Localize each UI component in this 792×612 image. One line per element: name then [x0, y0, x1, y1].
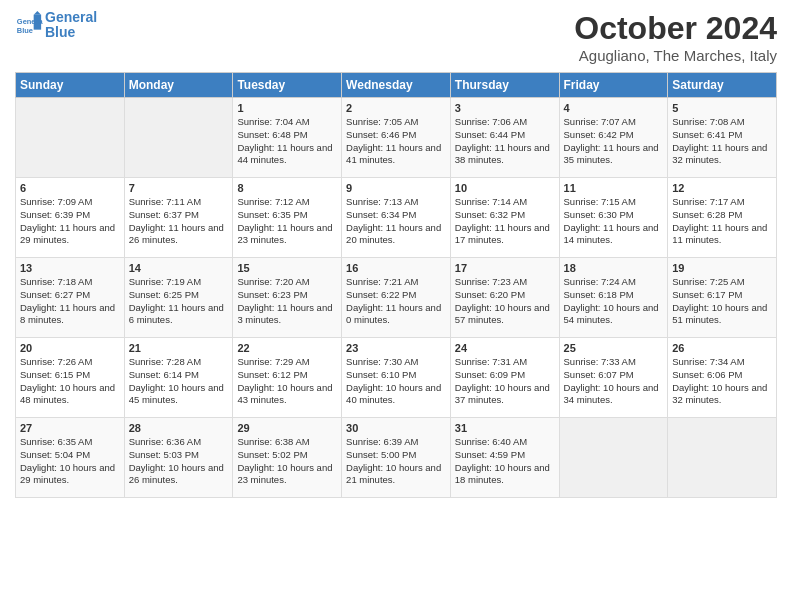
- calendar-cell: 31Sunrise: 6:40 AMSunset: 4:59 PMDayligh…: [450, 418, 559, 498]
- day-number: 15: [237, 262, 337, 274]
- day-info: Sunrise: 7:18 AMSunset: 6:27 PMDaylight:…: [20, 276, 120, 327]
- header-day-friday: Friday: [559, 73, 668, 98]
- day-info: Sunrise: 7:14 AMSunset: 6:32 PMDaylight:…: [455, 196, 555, 247]
- day-info: Sunrise: 6:35 AMSunset: 5:04 PMDaylight:…: [20, 436, 120, 487]
- day-number: 5: [672, 102, 772, 114]
- calendar-cell: 2Sunrise: 7:05 AMSunset: 6:46 PMDaylight…: [342, 98, 451, 178]
- calendar-cell: 6Sunrise: 7:09 AMSunset: 6:39 PMDaylight…: [16, 178, 125, 258]
- day-info: Sunrise: 7:29 AMSunset: 6:12 PMDaylight:…: [237, 356, 337, 407]
- calendar-cell: 27Sunrise: 6:35 AMSunset: 5:04 PMDayligh…: [16, 418, 125, 498]
- day-info: Sunrise: 7:19 AMSunset: 6:25 PMDaylight:…: [129, 276, 229, 327]
- calendar-cell: 25Sunrise: 7:33 AMSunset: 6:07 PMDayligh…: [559, 338, 668, 418]
- calendar-cell: 8Sunrise: 7:12 AMSunset: 6:35 PMDaylight…: [233, 178, 342, 258]
- day-info: Sunrise: 7:30 AMSunset: 6:10 PMDaylight:…: [346, 356, 446, 407]
- logo-icon: General Blue: [15, 11, 43, 39]
- header-day-saturday: Saturday: [668, 73, 777, 98]
- day-info: Sunrise: 6:40 AMSunset: 4:59 PMDaylight:…: [455, 436, 555, 487]
- day-number: 17: [455, 262, 555, 274]
- day-number: 27: [20, 422, 120, 434]
- calendar-cell: [16, 98, 125, 178]
- day-number: 8: [237, 182, 337, 194]
- title-block: October 2024 Agugliano, The Marches, Ita…: [574, 10, 777, 64]
- calendar-week-4: 20Sunrise: 7:26 AMSunset: 6:15 PMDayligh…: [16, 338, 777, 418]
- day-info: Sunrise: 7:09 AMSunset: 6:39 PMDaylight:…: [20, 196, 120, 247]
- header-day-wednesday: Wednesday: [342, 73, 451, 98]
- day-info: Sunrise: 7:17 AMSunset: 6:28 PMDaylight:…: [672, 196, 772, 247]
- day-number: 29: [237, 422, 337, 434]
- day-number: 28: [129, 422, 229, 434]
- calendar-table: SundayMondayTuesdayWednesdayThursdayFrid…: [15, 72, 777, 498]
- day-number: 14: [129, 262, 229, 274]
- day-number: 1: [237, 102, 337, 114]
- calendar-week-3: 13Sunrise: 7:18 AMSunset: 6:27 PMDayligh…: [16, 258, 777, 338]
- day-number: 18: [564, 262, 664, 274]
- location-title: Agugliano, The Marches, Italy: [574, 47, 777, 64]
- day-info: Sunrise: 7:04 AMSunset: 6:48 PMDaylight:…: [237, 116, 337, 167]
- logo: General Blue General Blue: [15, 10, 97, 41]
- day-info: Sunrise: 7:08 AMSunset: 6:41 PMDaylight:…: [672, 116, 772, 167]
- calendar-cell: 16Sunrise: 7:21 AMSunset: 6:22 PMDayligh…: [342, 258, 451, 338]
- calendar-cell: 3Sunrise: 7:06 AMSunset: 6:44 PMDaylight…: [450, 98, 559, 178]
- day-info: Sunrise: 7:21 AMSunset: 6:22 PMDaylight:…: [346, 276, 446, 327]
- day-number: 30: [346, 422, 446, 434]
- calendar-cell: 11Sunrise: 7:15 AMSunset: 6:30 PMDayligh…: [559, 178, 668, 258]
- day-number: 4: [564, 102, 664, 114]
- calendar-cell: 26Sunrise: 7:34 AMSunset: 6:06 PMDayligh…: [668, 338, 777, 418]
- calendar-cell: 20Sunrise: 7:26 AMSunset: 6:15 PMDayligh…: [16, 338, 125, 418]
- calendar-cell: 19Sunrise: 7:25 AMSunset: 6:17 PMDayligh…: [668, 258, 777, 338]
- day-info: Sunrise: 6:39 AMSunset: 5:00 PMDaylight:…: [346, 436, 446, 487]
- day-info: Sunrise: 7:11 AMSunset: 6:37 PMDaylight:…: [129, 196, 229, 247]
- calendar-cell: 24Sunrise: 7:31 AMSunset: 6:09 PMDayligh…: [450, 338, 559, 418]
- day-number: 21: [129, 342, 229, 354]
- day-info: Sunrise: 7:23 AMSunset: 6:20 PMDaylight:…: [455, 276, 555, 327]
- calendar-cell: 14Sunrise: 7:19 AMSunset: 6:25 PMDayligh…: [124, 258, 233, 338]
- day-info: Sunrise: 7:07 AMSunset: 6:42 PMDaylight:…: [564, 116, 664, 167]
- day-number: 2: [346, 102, 446, 114]
- day-number: 6: [20, 182, 120, 194]
- day-info: Sunrise: 7:31 AMSunset: 6:09 PMDaylight:…: [455, 356, 555, 407]
- calendar-cell: 29Sunrise: 6:38 AMSunset: 5:02 PMDayligh…: [233, 418, 342, 498]
- day-info: Sunrise: 7:05 AMSunset: 6:46 PMDaylight:…: [346, 116, 446, 167]
- day-info: Sunrise: 7:12 AMSunset: 6:35 PMDaylight:…: [237, 196, 337, 247]
- day-info: Sunrise: 6:38 AMSunset: 5:02 PMDaylight:…: [237, 436, 337, 487]
- calendar-cell: 5Sunrise: 7:08 AMSunset: 6:41 PMDaylight…: [668, 98, 777, 178]
- day-number: 3: [455, 102, 555, 114]
- calendar-cell: 18Sunrise: 7:24 AMSunset: 6:18 PMDayligh…: [559, 258, 668, 338]
- calendar-header-row: SundayMondayTuesdayWednesdayThursdayFrid…: [16, 73, 777, 98]
- day-info: Sunrise: 7:34 AMSunset: 6:06 PMDaylight:…: [672, 356, 772, 407]
- calendar-cell: 7Sunrise: 7:11 AMSunset: 6:37 PMDaylight…: [124, 178, 233, 258]
- day-number: 11: [564, 182, 664, 194]
- day-info: Sunrise: 7:20 AMSunset: 6:23 PMDaylight:…: [237, 276, 337, 327]
- calendar-cell: 22Sunrise: 7:29 AMSunset: 6:12 PMDayligh…: [233, 338, 342, 418]
- day-info: Sunrise: 7:15 AMSunset: 6:30 PMDaylight:…: [564, 196, 664, 247]
- day-number: 24: [455, 342, 555, 354]
- calendar-cell: 23Sunrise: 7:30 AMSunset: 6:10 PMDayligh…: [342, 338, 451, 418]
- calendar-week-5: 27Sunrise: 6:35 AMSunset: 5:04 PMDayligh…: [16, 418, 777, 498]
- page-header: General Blue General Blue October 2024 A…: [15, 10, 777, 64]
- day-number: 31: [455, 422, 555, 434]
- day-info: Sunrise: 6:36 AMSunset: 5:03 PMDaylight:…: [129, 436, 229, 487]
- day-number: 10: [455, 182, 555, 194]
- header-day-sunday: Sunday: [16, 73, 125, 98]
- svg-text:General: General: [17, 17, 43, 26]
- calendar-week-1: 1Sunrise: 7:04 AMSunset: 6:48 PMDaylight…: [16, 98, 777, 178]
- calendar-cell: 9Sunrise: 7:13 AMSunset: 6:34 PMDaylight…: [342, 178, 451, 258]
- calendar-cell: 17Sunrise: 7:23 AMSunset: 6:20 PMDayligh…: [450, 258, 559, 338]
- calendar-cell: 30Sunrise: 6:39 AMSunset: 5:00 PMDayligh…: [342, 418, 451, 498]
- day-number: 22: [237, 342, 337, 354]
- day-info: Sunrise: 7:28 AMSunset: 6:14 PMDaylight:…: [129, 356, 229, 407]
- calendar-week-2: 6Sunrise: 7:09 AMSunset: 6:39 PMDaylight…: [16, 178, 777, 258]
- calendar-cell: [124, 98, 233, 178]
- day-number: 26: [672, 342, 772, 354]
- logo-text-line1: General: [45, 10, 97, 25]
- day-info: Sunrise: 7:26 AMSunset: 6:15 PMDaylight:…: [20, 356, 120, 407]
- day-info: Sunrise: 7:13 AMSunset: 6:34 PMDaylight:…: [346, 196, 446, 247]
- month-title: October 2024: [574, 10, 777, 47]
- day-number: 25: [564, 342, 664, 354]
- day-number: 9: [346, 182, 446, 194]
- calendar-cell: 13Sunrise: 7:18 AMSunset: 6:27 PMDayligh…: [16, 258, 125, 338]
- logo-text-line2: Blue: [45, 25, 97, 40]
- header-day-tuesday: Tuesday: [233, 73, 342, 98]
- calendar-cell: 21Sunrise: 7:28 AMSunset: 6:14 PMDayligh…: [124, 338, 233, 418]
- calendar-cell: 12Sunrise: 7:17 AMSunset: 6:28 PMDayligh…: [668, 178, 777, 258]
